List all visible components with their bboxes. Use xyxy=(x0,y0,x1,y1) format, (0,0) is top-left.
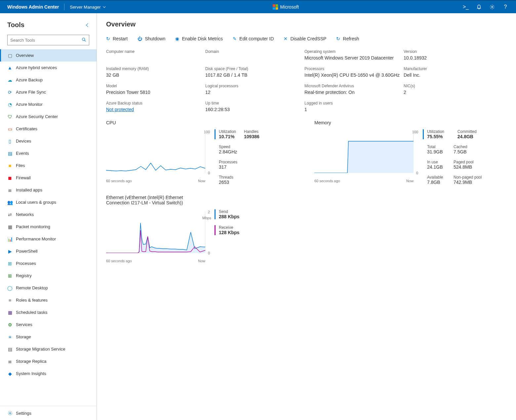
memory-chart[interactable]: 100 0 60 seconds agoNow xyxy=(314,129,418,176)
ps-icon: ▶ xyxy=(7,249,13,254)
sidebar-search[interactable] xyxy=(7,35,89,45)
sidebar-item-storage-migration-service[interactable]: ▤Storage Migration Service xyxy=(0,343,97,355)
toolbar-label: Restart xyxy=(113,36,128,41)
sidebar-item-label: Performance Monitor xyxy=(16,236,56,241)
sidebar-item-storage[interactable]: ≡Storage xyxy=(0,331,97,343)
prop-value: Dell Inc. xyxy=(404,72,483,78)
svg-rect-3 xyxy=(106,131,205,173)
ethernet-receive: Receive 128 Kbps xyxy=(215,225,239,235)
edit-computer-id-button[interactable]: ✎Edit computer ID xyxy=(233,36,274,41)
search-input[interactable] xyxy=(10,38,80,43)
sidebar-item-local-users-groups[interactable]: 👥Local users & groups xyxy=(0,196,97,208)
reg-icon: ⊞ xyxy=(7,273,13,278)
sidebar-item-powershell[interactable]: ▶PowerShell xyxy=(0,245,97,257)
context-label: Server Manager xyxy=(70,5,100,10)
sidebar-item-label: System Insights xyxy=(16,371,46,376)
insights-icon: ◆ xyxy=(7,371,13,376)
sidebar-item-events[interactable]: ▤Events xyxy=(0,147,97,159)
sidebar-item-installed-apps[interactable]: ≣Installed apps xyxy=(0,184,97,196)
sidebar-item-label: Services xyxy=(16,322,32,327)
prop-value[interactable]: Not protected xyxy=(106,107,202,112)
help-icon[interactable]: ? xyxy=(503,4,508,10)
microsoft-logo-icon xyxy=(273,4,278,10)
sidebar-item-label: Processes xyxy=(16,261,36,266)
sidebar-item-devices[interactable]: ▯Devices xyxy=(0,135,97,147)
sidebar-item-label: Azure Monitor xyxy=(16,102,43,107)
prop-label: Computer name xyxy=(106,49,202,54)
main-content: Overview ↻Restart⏻Shutdown◉Enable Disk M… xyxy=(97,13,516,420)
sidebar-item-label: Azure File Sync xyxy=(16,90,46,95)
sidebar-item-processes[interactable]: ⊞Processes xyxy=(0,257,97,270)
console-icon[interactable]: >_ xyxy=(463,4,468,10)
networks-icon: ⇄ xyxy=(7,212,13,217)
prop-label: Model xyxy=(106,84,202,88)
sms-icon: ▤ xyxy=(7,347,13,352)
prop-label: NIC(s) xyxy=(404,84,483,88)
prop-azure-backup-status[interactable]: Azure Backup statusNot protected xyxy=(106,101,202,112)
close-icon: ✕ xyxy=(284,36,288,41)
notifications-icon[interactable] xyxy=(476,4,482,10)
sidebar-item-files[interactable]: ■Files xyxy=(0,159,97,172)
sidebar-item-azure-backup[interactable]: ☁Azure Backup xyxy=(0,74,97,86)
storage-icon: ≡ xyxy=(7,334,13,340)
refresh-button[interactable]: ↻Refresh xyxy=(336,36,359,41)
overview-icon: ▢ xyxy=(7,53,13,58)
sidebar-item-azure-file-sync[interactable]: ⟳Azure File Sync xyxy=(0,86,97,98)
perf-icon: 📊 xyxy=(7,236,13,242)
sidebar-item-label: Events xyxy=(16,151,29,156)
ethernet-chart[interactable]: 2 Mbps 0 60 seconds agoNow xyxy=(106,209,210,256)
prop-value: Microsoft Windows Server 2019 Datacenter xyxy=(304,55,400,61)
sidebar-item-remote-desktop[interactable]: ◯Remote Desktop xyxy=(0,282,97,294)
sidebar-item-azure-monitor[interactable]: ◔Azure Monitor xyxy=(0,98,97,110)
sidebar-item-firewall[interactable]: ◼Firewall xyxy=(0,172,97,184)
prop-disk-space-free-total-: Disk space (Free / Total)1017.82 GB / 1.… xyxy=(205,66,301,78)
sidebar-item-networks[interactable]: ⇄Networks xyxy=(0,208,97,221)
disable-credssp-button[interactable]: ✕Disable CredSSP xyxy=(284,36,326,41)
sidebar-item-certificates[interactable]: ▭Certificates xyxy=(0,123,97,135)
prop-label: Logical processors xyxy=(205,84,301,88)
ethernet-stats: Send 288 Kbps Receive 128 Kbps xyxy=(215,209,239,256)
sidebar-item-storage-replica[interactable]: ≣Storage Replica xyxy=(0,355,97,367)
collapse-sidebar-icon[interactable] xyxy=(86,23,90,27)
prop-logical-processors: Logical processors12 xyxy=(205,84,301,95)
prop-label: Logged in users xyxy=(304,101,400,105)
context-selector[interactable]: Server Manager xyxy=(66,5,108,10)
prop-computer-name: Computer name xyxy=(106,49,202,61)
sidebar-item-azure-hybrid-services[interactable]: ▲Azure hybrid services xyxy=(0,62,97,74)
settings-icon[interactable] xyxy=(490,4,495,10)
sidebar-settings[interactable]: Settings xyxy=(0,406,97,420)
prop-value: 12 xyxy=(205,90,301,95)
sidebar-item-registry[interactable]: ⊞Registry xyxy=(0,270,97,282)
sidebar-item-label: Remote Desktop xyxy=(16,285,48,290)
restart-icon: ↻ xyxy=(106,36,110,41)
sidebar-item-packet-monitoring[interactable]: ▦Packet monitoring xyxy=(0,221,97,233)
sidebar-item-system-insights[interactable]: ◆System Insights xyxy=(0,367,97,380)
sidebar-item-performance-monitor[interactable]: 📊Performance Monitor xyxy=(0,233,97,245)
sidebar-item-label: Overview xyxy=(16,53,34,58)
sidebar-item-scheduled-tasks[interactable]: ▦Scheduled tasks xyxy=(0,306,97,318)
restart-button[interactable]: ↻Restart xyxy=(106,36,128,41)
cpu-chart[interactable]: 100 0 60 seconds agoNow xyxy=(106,129,210,176)
sidebar-item-label: Storage Migration Service xyxy=(16,347,65,352)
sidebar-item-overview[interactable]: ▢Overview xyxy=(0,49,97,62)
shutdown-button[interactable]: ⏻Shutdown xyxy=(138,36,165,41)
packet-icon: ▦ xyxy=(7,224,13,230)
sidebar-item-services[interactable]: ⚙Services xyxy=(0,318,97,331)
enable-disk-metrics-button[interactable]: ◉Enable Disk Metrics xyxy=(175,36,223,41)
sidebar-item-azure-security-center[interactable]: 🛡Azure Security Center xyxy=(0,110,97,123)
search-icon xyxy=(82,37,86,43)
tool-list[interactable]: ▢Overview▲Azure hybrid services☁Azure Ba… xyxy=(0,49,97,406)
ethernet-title: Ethernet (vEthernet (Intel(R) Ethernet C… xyxy=(106,195,192,205)
gear-icon xyxy=(7,410,13,416)
shield-icon: 🛡 xyxy=(7,114,13,119)
power-icon: ⏻ xyxy=(138,36,142,41)
sidebar-item-roles-features[interactable]: ≡Roles & features xyxy=(0,294,97,306)
brand-title[interactable]: Windows Admin Center xyxy=(3,4,63,10)
toolbar-label: Enable Disk Metrics xyxy=(182,36,223,41)
prop-operating-system: Operating systemMicrosoft Windows Server… xyxy=(304,49,400,61)
memory-chart-block: Memory 100 0 60 seconds agoNow Utilizat xyxy=(314,120,509,185)
chevron-down-icon xyxy=(103,5,105,8)
prop-label: Installed memory (RAM) xyxy=(106,66,202,71)
roles-icon: ≡ xyxy=(7,298,13,303)
sidebar-item-label: Packet monitoring xyxy=(16,224,50,229)
